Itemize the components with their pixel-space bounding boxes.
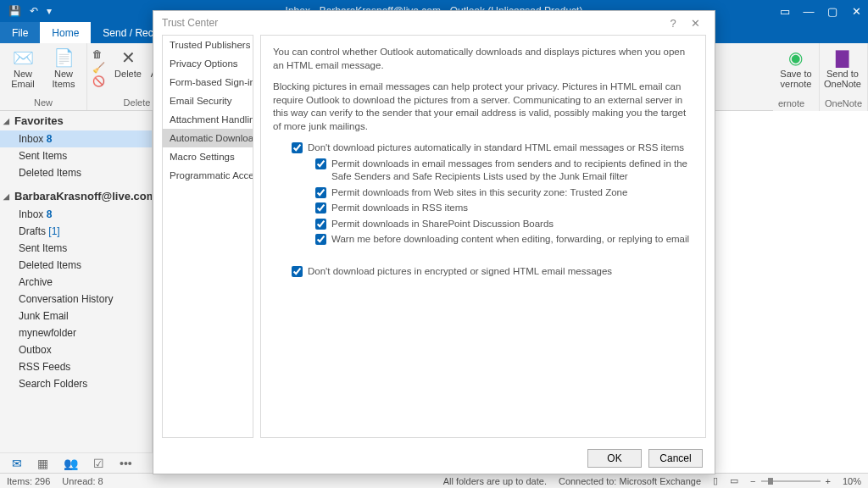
account-header[interactable]: ◢ BarbaraKrasnoff@live.com — [0, 186, 152, 206]
checkbox[interactable] — [315, 219, 326, 230]
minimize-icon[interactable]: — — [797, 0, 821, 22]
caret-down-icon: ◢ — [3, 192, 9, 201]
dialog-side-item[interactable]: Macro Settings — [163, 147, 253, 166]
new-items-button[interactable]: 📄 New Items — [46, 45, 81, 89]
ok-button[interactable]: OK — [587, 449, 642, 468]
new-email-button[interactable]: ✉️ New Email — [5, 45, 41, 89]
chk-sub-option[interactable]: Warn me before downloading content when … — [315, 233, 693, 247]
delete-icon: ✕ — [116, 47, 140, 69]
new-items-icon: 📄 — [52, 47, 75, 69]
ribbon-right-fragment: ◉ Save to vernote ernote ▇ Send to OneNo… — [773, 43, 868, 111]
folder-item[interactable]: Conversation History — [0, 291, 152, 308]
folder-item[interactable]: Search Folders — [0, 375, 152, 392]
status-unread: Unread: 8 — [62, 476, 103, 486]
folder-pane: ◢ Favorites Inbox 8Sent ItemsDeleted Ite… — [0, 111, 153, 452]
status-items: Items: 296 — [7, 476, 50, 486]
dialog-title: Trust Center — [162, 17, 218, 29]
close-icon[interactable]: ✕ — [844, 0, 868, 22]
qat-customize-icon[interactable]: ▾ — [47, 5, 52, 17]
dialog-side-item[interactable]: Privacy Options — [163, 54, 253, 73]
view-reading-icon[interactable]: ▭ — [730, 475, 738, 486]
dialog-content: You can control whether Outlook automati… — [260, 35, 706, 438]
intro-text: You can control whether Outlook automati… — [273, 46, 693, 72]
maximize-icon[interactable]: ▢ — [821, 0, 844, 22]
send-to-onenote-button[interactable]: ▇ Send to OneNote — [825, 45, 860, 89]
zoom-in-icon[interactable]: + — [826, 476, 831, 486]
junk-icon[interactable]: 🚫 — [92, 75, 105, 87]
peek-tasks-icon[interactable]: ☑ — [93, 457, 104, 470]
status-bar: Items: 296 Unread: 8 All folders are up … — [0, 473, 868, 488]
chk-sub-option[interactable]: Permit downloads in SharePoint Discussio… — [315, 218, 693, 231]
group-label-new: New — [5, 97, 81, 109]
qat-undo-icon[interactable]: ↶ — [30, 5, 38, 17]
folder-item[interactable]: Outbox — [0, 341, 152, 358]
checkbox[interactable] — [292, 266, 303, 277]
chk-dont-download-encrypted[interactable]: Don't download pictures in encrypted or … — [292, 265, 693, 279]
folder-item[interactable]: Inbox 8 — [0, 130, 152, 147]
folder-item[interactable]: RSS Feeds — [0, 358, 152, 375]
chk-sub-option[interactable]: Permit downloads in email messages from … — [315, 158, 693, 184]
peek-mail-icon[interactable]: ✉ — [12, 457, 22, 470]
checkbox[interactable] — [315, 234, 326, 245]
zoom-slider[interactable]: − + — [750, 476, 831, 486]
dialog-close-icon[interactable]: ✕ — [684, 17, 706, 30]
folder-item[interactable]: Inbox 8 — [0, 206, 152, 223]
peek-people-icon[interactable]: 👥 — [64, 457, 78, 470]
ignore-icon[interactable]: 🗑 — [92, 48, 105, 60]
peek-more-icon[interactable]: ••• — [120, 457, 132, 470]
peek-bar: ✉ ▦ 👥 ☑ ••• — [0, 452, 153, 473]
status-uptodate: All folders are up to date. — [443, 476, 547, 486]
dialog-side-item[interactable]: Attachment Handling — [163, 110, 253, 129]
qat-save-icon[interactable]: 💾 — [8, 5, 21, 17]
chk-dont-download-html[interactable]: Don't download pictures automatically in… — [292, 141, 693, 155]
folder-item[interactable]: Deleted Items — [0, 164, 152, 181]
status-connected: Connected to: Microsoft Exchange — [559, 476, 701, 486]
chk-sub-option[interactable]: Permit downloads in RSS items — [315, 202, 693, 215]
zoom-track[interactable] — [761, 480, 821, 482]
dialog-titlebar: Trust Center ? ✕ — [153, 11, 715, 35]
delete-button[interactable]: ✕ Delete — [110, 45, 146, 79]
dialog-help-icon[interactable]: ? — [662, 17, 684, 30]
onenote-icon: ▇ — [831, 47, 854, 69]
checkbox[interactable] — [292, 142, 303, 153]
zoom-percent: 10% — [843, 476, 861, 486]
chk-sub-option[interactable]: Permit downloads from Web sites in this … — [315, 186, 693, 200]
tab-home[interactable]: Home — [40, 22, 91, 43]
favorites-header[interactable]: ◢ Favorites — [0, 111, 152, 130]
folder-item[interactable]: mynewfolder — [0, 324, 152, 341]
folder-item[interactable]: Sent Items — [0, 147, 152, 164]
zoom-out-icon[interactable]: − — [750, 476, 755, 486]
caret-down-icon: ◢ — [3, 117, 9, 125]
save-to-evernote-button[interactable]: ◉ Save to vernote — [778, 45, 814, 89]
tab-file[interactable]: File — [0, 22, 40, 43]
folder-item[interactable]: Drafts [1] — [0, 223, 152, 240]
folder-item[interactable]: Archive — [0, 274, 152, 291]
ribbon-display-icon[interactable]: ▭ — [773, 0, 797, 22]
mail-icon: ✉️ — [11, 47, 35, 69]
folder-item[interactable]: Sent Items — [0, 240, 152, 257]
dialog-side-item[interactable]: Form-based Sign-in — [163, 73, 253, 92]
trust-center-dialog: Trust Center ? ✕ Trusted PublishersPriva… — [153, 10, 715, 474]
view-normal-icon[interactable]: ▯ — [713, 475, 718, 486]
checkbox[interactable] — [315, 202, 326, 214]
dialog-side-item[interactable]: Trusted Publishers — [163, 36, 253, 54]
folder-item[interactable]: Deleted Items — [0, 257, 152, 274]
evernote-icon: ◉ — [784, 47, 808, 69]
dialog-sidebar: Trusted PublishersPrivacy OptionsForm-ba… — [162, 35, 253, 438]
dialog-side-item[interactable]: Email Security — [163, 92, 253, 110]
checkbox[interactable] — [315, 158, 326, 169]
cleanup-icon[interactable]: 🧹 — [92, 62, 105, 74]
dialog-side-item[interactable]: Programmatic Access — [163, 166, 253, 185]
peek-calendar-icon[interactable]: ▦ — [37, 457, 48, 470]
blurb-text: Blocking pictures in email messages can … — [273, 80, 693, 133]
dialog-side-item[interactable]: Automatic Download — [163, 129, 253, 147]
cancel-button[interactable]: Cancel — [648, 449, 703, 468]
checkbox[interactable] — [315, 187, 326, 198]
folder-item[interactable]: Junk Email — [0, 308, 152, 324]
dialog-footer: OK Cancel — [153, 443, 715, 474]
